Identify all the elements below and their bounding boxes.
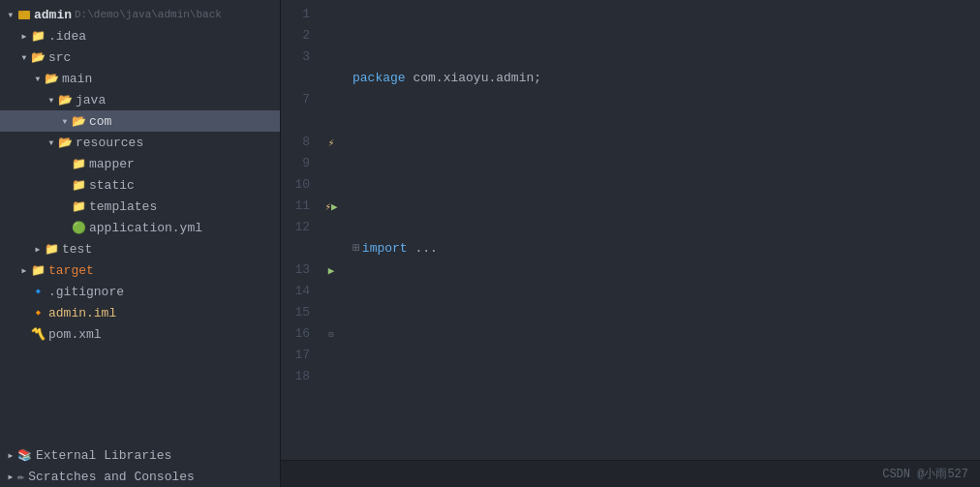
static-folder-icon: 📁 — [72, 178, 86, 193]
root-path: D:\demo\java\admin\back — [75, 9, 222, 20]
gutter-1 — [320, 4, 343, 25]
gutter-17 — [320, 345, 343, 366]
external-libraries-label: External Libraries — [36, 448, 171, 463]
src-label: src — [48, 50, 71, 65]
tree-pom-xml[interactable]: 〽️ pom.xml — [0, 323, 280, 345]
chevron-idea — [17, 31, 31, 42]
application-yml-label: application.yml — [89, 221, 202, 235]
chevron-src — [17, 52, 31, 63]
watermark: CSDN @小雨527 — [882, 466, 968, 482]
gitignore-label: .gitignore — [48, 285, 124, 299]
java-folder-icon: 📂 — [58, 93, 73, 107]
src-folder-icon: 📂 — [31, 50, 46, 65]
templates-folder-icon: 📁 — [72, 199, 86, 214]
gutter-blank1 — [320, 68, 343, 89]
chevron-ext-lib — [4, 450, 17, 461]
chevron-root — [4, 10, 17, 20]
scratches-label: Scratches and Consoles — [28, 470, 195, 484]
tree-test[interactable]: 📁 test — [0, 238, 280, 259]
line-numbers: 1 2 3 7 8 9 10 11 12 13 14 15 16 17 18 — [281, 4, 318, 456]
gutter-15 — [320, 302, 343, 323]
chevron-scratches — [4, 472, 17, 482]
idea-label: .idea — [48, 29, 86, 44]
gutter-13: ▶ — [320, 259, 343, 281]
resources-label: resources — [76, 136, 143, 150]
chevron-java — [45, 95, 58, 106]
code-line-1: package com.xiaoyu.admin; — [352, 68, 972, 89]
root-folder-icon — [17, 8, 31, 21]
code-line-3: ⊞import ... — [352, 238, 972, 259]
iml-file-icon: 🔸 — [31, 306, 46, 320]
code-line-2 — [352, 153, 972, 174]
gutter-3 — [320, 46, 343, 68]
tree-target[interactable]: 📁 target — [0, 259, 280, 281]
idea-folder-icon: 📁 — [31, 29, 46, 44]
scratches-item[interactable]: ✏️ Scratches and Consoles — [0, 466, 280, 487]
gutter-8-warning: ⚡ — [328, 137, 335, 149]
pom-xml-label: pom.xml — [48, 327, 102, 342]
gutter-11: ⚡ ▶ — [320, 196, 343, 217]
code-line-7 — [352, 409, 972, 430]
main-folder-icon: 📂 — [45, 72, 59, 86]
pom-file-icon: 〽️ — [31, 327, 46, 342]
resources-folder-icon: 📂 — [58, 136, 73, 150]
gutter-12 — [320, 217, 343, 238]
gutter-11-run[interactable]: ▶ — [331, 200, 338, 213]
com-label: com — [89, 114, 111, 129]
test-label: test — [62, 242, 92, 257]
tree-idea[interactable]: 📁 .idea — [0, 25, 280, 46]
tree-src[interactable]: 📂 src — [0, 46, 280, 68]
gutter-2 — [320, 25, 343, 46]
tree-application-yml[interactable]: 🟢 application.yml — [0, 217, 280, 238]
code-line-blank1 — [352, 323, 972, 345]
tree-com[interactable]: 📂 com — [0, 110, 280, 132]
sidebar: admin D:\demo\java\admin\back 📁 .idea 📂 … — [0, 0, 281, 487]
tree-static[interactable]: 📁 static — [0, 174, 280, 196]
gutter-13-run[interactable]: ▶ — [328, 264, 335, 277]
target-folder-icon: 📁 — [31, 263, 46, 278]
java-label: java — [76, 93, 106, 107]
code-area[interactable]: 1 2 3 7 8 9 10 11 12 13 14 15 16 17 18 — [281, 0, 980, 460]
tree-java[interactable]: 📂 java — [0, 89, 280, 110]
main-label: main — [62, 72, 92, 86]
static-label: static — [89, 178, 135, 193]
scratches-icon: ✏️ — [17, 470, 24, 484]
git-file-icon: 🔹 — [31, 285, 46, 299]
root-label: admin — [34, 8, 72, 22]
code-content[interactable]: package com.xiaoyu.admin; ⊞import ... 1 … — [345, 4, 980, 456]
tree-resources[interactable]: 📂 resources — [0, 132, 280, 153]
gutter-9 — [320, 153, 343, 174]
sidebar-footer: 📚 External Libraries ✏️ Scratches and Co… — [0, 444, 280, 487]
tree-main[interactable]: 📂 main — [0, 68, 280, 89]
gutter-14 — [320, 281, 343, 302]
svg-rect-1 — [18, 11, 23, 13]
ext-lib-icon: 📚 — [17, 448, 32, 463]
admin-iml-label: admin.iml — [48, 306, 116, 320]
editor-panel: 1 2 3 7 8 9 10 11 12 13 14 15 16 17 18 — [281, 0, 980, 487]
tree-root[interactable]: admin D:\demo\java\admin\back — [0, 4, 280, 25]
target-label: target — [48, 263, 94, 278]
templates-label: templates — [89, 199, 157, 214]
file-tree: admin D:\demo\java\admin\back 📁 .idea 📂 … — [0, 0, 280, 444]
editor-gutter: ⚡ ⚡ ▶ ▶ ⊟ — [318, 4, 345, 456]
tree-templates[interactable]: 📁 templates — [0, 196, 280, 217]
gutter-18 — [320, 366, 343, 387]
gutter-16: ⊟ — [320, 323, 343, 345]
gutter-usage — [320, 110, 343, 132]
tree-admin-iml[interactable]: 🔸 admin.iml — [0, 302, 280, 323]
gutter-8: ⚡ — [320, 132, 343, 153]
chevron-target — [17, 265, 31, 276]
gutter-xiaoyu — [320, 238, 343, 259]
yml-file-icon: 🟢 — [72, 221, 86, 235]
mapper-folder-icon: 📁 — [72, 157, 86, 171]
tree-mapper[interactable]: 📁 mapper — [0, 153, 280, 174]
gutter-11-warn: ⚡ — [324, 200, 331, 213]
bottom-bar: CSDN @小雨527 — [281, 460, 980, 487]
chevron-com — [58, 116, 72, 127]
gutter-10 — [320, 174, 343, 196]
gutter-16-fold: ⊟ — [328, 329, 333, 340]
external-libraries-item[interactable]: 📚 External Libraries — [0, 444, 280, 466]
tree-gitignore[interactable]: 🔹 .gitignore — [0, 281, 280, 302]
test-folder-icon: 📁 — [45, 242, 59, 257]
mapper-label: mapper — [89, 157, 135, 171]
